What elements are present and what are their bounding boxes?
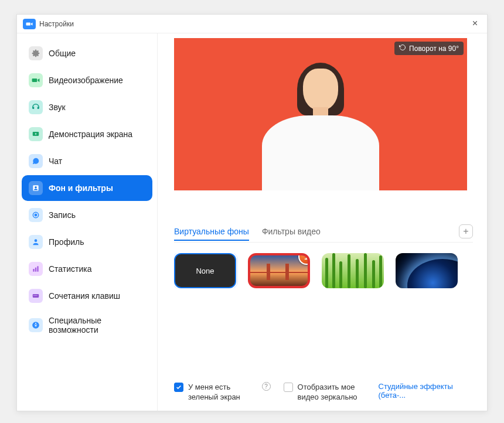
bg-none-label: None xyxy=(196,267,214,275)
green-screen-label: У меня есть зеленый экран xyxy=(188,382,255,402)
accessibility-icon xyxy=(29,318,43,332)
preview-person xyxy=(262,63,379,190)
video-icon xyxy=(29,73,43,87)
tab-video-filters[interactable]: Фильтры видео xyxy=(262,222,321,241)
sidebar-item-background-filters[interactable]: Фон и фильтры xyxy=(22,175,152,201)
rotate-label: Поворот на 90° xyxy=(409,45,459,53)
svg-rect-13 xyxy=(36,295,37,296)
background-icon xyxy=(29,181,43,195)
sidebar-item-statistics[interactable]: Статистика xyxy=(22,256,152,282)
sidebar-item-label: Фон и фильтры xyxy=(49,183,113,193)
plus-icon: + xyxy=(463,227,468,236)
sidebar-item-label: Специальные возможности xyxy=(49,316,145,335)
sidebar-item-label: Профиль xyxy=(49,237,84,247)
headphones-icon xyxy=(29,100,43,114)
bg-thumb-bridge[interactable]: 1 xyxy=(248,253,310,288)
window-title: Настройки xyxy=(39,20,74,28)
rotate-90-button[interactable]: Поворот на 90° xyxy=(394,42,464,55)
gear-icon xyxy=(29,46,43,60)
chat-icon xyxy=(29,154,43,168)
svg-rect-11 xyxy=(34,295,35,296)
share-screen-icon xyxy=(29,127,43,141)
sidebar-item-accessibility[interactable]: Специальные возможности xyxy=(22,310,152,340)
sidebar-item-label: Запись xyxy=(49,210,76,220)
settings-window: Настройки Общие Видеоизображение Звук Де… xyxy=(16,14,488,411)
help-icon[interactable]: ? xyxy=(262,382,271,391)
add-background-button[interactable]: + xyxy=(459,224,473,238)
svg-rect-7 xyxy=(33,269,34,272)
keyboard-icon xyxy=(29,289,43,303)
svg-rect-9 xyxy=(37,266,38,271)
annotation-badge-1: 1 xyxy=(298,253,310,265)
sidebar-item-chat[interactable]: Чат xyxy=(22,148,152,174)
sidebar-item-label: Статистика xyxy=(49,264,92,274)
sidebar-item-audio[interactable]: Звук xyxy=(22,94,152,120)
sidebar-item-keyboard-shortcuts[interactable]: Сочетания клавиш xyxy=(22,283,152,309)
svg-point-15 xyxy=(35,323,36,324)
titlebar: Настройки xyxy=(17,15,487,33)
svg-point-3 xyxy=(35,186,37,189)
sidebar-item-profile[interactable]: Профиль xyxy=(22,229,152,255)
settings-sidebar: Общие Видеоизображение Звук Демонстрация… xyxy=(17,33,158,411)
background-thumbnails: None 1 xyxy=(174,253,473,288)
svg-rect-8 xyxy=(35,268,36,272)
rotate-icon xyxy=(399,44,406,53)
sidebar-item-label: Общие xyxy=(49,49,76,58)
close-button[interactable] xyxy=(469,16,481,32)
record-icon xyxy=(29,208,43,222)
sidebar-item-label: Демонстрация экрана xyxy=(49,129,132,139)
svg-rect-12 xyxy=(35,295,36,296)
mirror-video-checkbox[interactable] xyxy=(284,383,293,392)
bg-thumb-none[interactable]: None xyxy=(174,253,236,288)
footer-options: У меня есть зеленый экран ? Отобразить м… xyxy=(174,376,473,402)
svg-point-6 xyxy=(35,239,38,242)
bg-thumb-earth[interactable] xyxy=(396,253,458,288)
sidebar-item-label: Чат xyxy=(49,156,62,166)
svg-point-5 xyxy=(35,214,37,216)
sidebar-item-recording[interactable]: Запись xyxy=(22,202,152,228)
sidebar-item-label: Звук xyxy=(49,103,66,112)
window-body: Общие Видеоизображение Звук Демонстрация… xyxy=(17,33,487,411)
zoom-app-icon xyxy=(23,19,36,29)
sidebar-item-general[interactable]: Общие xyxy=(22,40,152,66)
content-pane: Поворот на 90° Виртуальные фоны Фильтры … xyxy=(158,33,487,411)
sidebar-item-label: Видеоизображение xyxy=(49,76,123,85)
tabs-row: Виртуальные фоны Фильтры видео + xyxy=(174,222,473,243)
tab-virtual-backgrounds[interactable]: Виртуальные фоны xyxy=(174,222,249,241)
sidebar-item-share-screen[interactable]: Демонстрация экрана xyxy=(22,121,152,147)
sidebar-item-video[interactable]: Видеоизображение xyxy=(22,67,152,93)
statistics-icon xyxy=(29,262,43,276)
profile-icon xyxy=(29,235,43,249)
studio-effects-link[interactable]: Студийные эффекты (бета-... xyxy=(379,382,474,400)
bg-thumb-grass[interactable] xyxy=(322,253,384,288)
green-screen-option: У меня есть зеленый экран ? xyxy=(174,382,271,402)
sidebar-item-label: Сочетания клавиш xyxy=(49,291,120,301)
green-screen-checkbox[interactable] xyxy=(174,383,183,392)
video-preview: Поворот на 90° xyxy=(174,38,467,190)
mirror-video-option: Отобразить мое видео зеркально xyxy=(284,382,366,402)
mirror-video-label: Отобразить мое видео зеркально xyxy=(298,382,366,402)
